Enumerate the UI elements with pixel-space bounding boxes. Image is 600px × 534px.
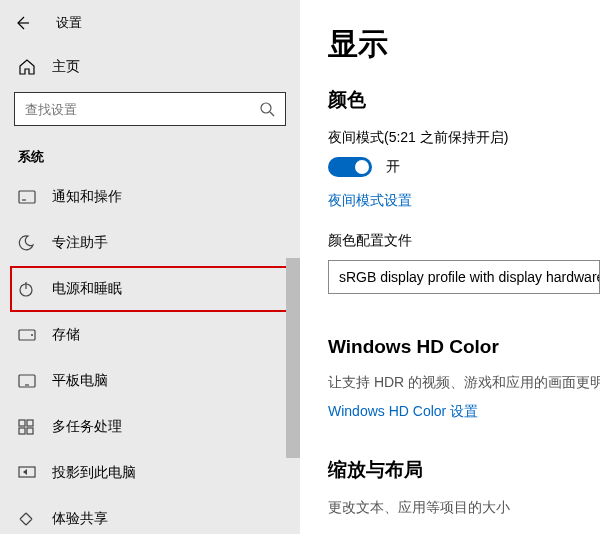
toggle-knob <box>355 160 369 174</box>
sidebar-item-home[interactable]: 主页 <box>0 44 300 86</box>
tablet-icon <box>18 372 38 390</box>
sidebar-item-label: 多任务处理 <box>52 418 122 436</box>
svg-rect-1 <box>19 191 35 203</box>
sidebar-scrollbar[interactable] <box>286 258 300 458</box>
night-mode-toggle-row: 开 <box>328 157 600 177</box>
notifications-icon <box>18 188 38 206</box>
sidebar-section-header: 系统 <box>0 126 300 174</box>
sidebar-item-power-sleep[interactable]: 电源和睡眠 <box>10 266 288 312</box>
share-icon <box>18 510 38 528</box>
project-icon <box>18 464 38 482</box>
sidebar-nav-list: 通知和操作 专注助手 电源和睡眠 存储 平板电脑 多任务处理 投影到此电脑 体 <box>0 174 300 534</box>
scale-layout-description: 更改文本、应用等项目的大小 <box>328 499 600 517</box>
hd-color-settings-link[interactable]: Windows HD Color 设置 <box>328 403 478 421</box>
svg-point-4 <box>31 334 33 336</box>
window-title: 设置 <box>56 14 82 32</box>
sidebar-item-focus-assist[interactable]: 专注助手 <box>0 220 300 266</box>
storage-icon <box>18 326 38 344</box>
moon-icon <box>18 234 38 252</box>
svg-rect-9 <box>27 428 33 434</box>
svg-rect-8 <box>19 428 25 434</box>
home-icon <box>18 58 38 76</box>
toggle-state-label: 开 <box>386 158 400 176</box>
sidebar-item-label: 平板电脑 <box>52 372 108 390</box>
sidebar-item-label: 存储 <box>52 326 80 344</box>
sidebar-item-label: 通知和操作 <box>52 188 122 206</box>
hd-color-header: Windows HD Color <box>328 336 600 358</box>
multitask-icon <box>18 418 38 436</box>
settings-sidebar: 设置 主页 系统 通知和操作 专注助手 电源和睡眠 存储 <box>0 0 300 534</box>
sidebar-item-shared-experiences[interactable]: 体验共享 <box>0 496 300 534</box>
arrow-left-icon <box>14 15 30 31</box>
page-title: 显示 <box>328 24 600 65</box>
sidebar-item-notifications[interactable]: 通知和操作 <box>0 174 300 220</box>
color-profile-value: sRGB display profile with display hardwa… <box>339 269 600 285</box>
sidebar-item-tablet[interactable]: 平板电脑 <box>0 358 300 404</box>
color-profile-dropdown[interactable]: sRGB display profile with display hardwa… <box>328 260 600 294</box>
svg-point-0 <box>261 103 271 113</box>
hd-color-description: 让支持 HDR 的视频、游戏和应用的画面更明 <box>328 374 600 392</box>
power-icon <box>18 280 38 298</box>
back-button[interactable] <box>8 9 36 37</box>
scale-layout-header: 缩放与布局 <box>328 457 600 483</box>
sidebar-item-storage[interactable]: 存储 <box>0 312 300 358</box>
section-color-header: 颜色 <box>328 87 600 113</box>
sidebar-item-multitasking[interactable]: 多任务处理 <box>0 404 300 450</box>
sidebar-item-projecting[interactable]: 投影到此电脑 <box>0 450 300 496</box>
search-input[interactable] <box>25 102 259 117</box>
content-pane: 显示 颜色 夜间模式(5:21 之前保持开启) 开 夜间模式设置 颜色配置文件 … <box>300 0 600 534</box>
svg-rect-6 <box>19 420 25 426</box>
sidebar-item-label: 专注助手 <box>52 234 108 252</box>
search-input-wrapper[interactable] <box>14 92 286 126</box>
color-profile-label: 颜色配置文件 <box>328 232 600 250</box>
search-icon <box>259 101 275 117</box>
night-mode-label: 夜间模式(5:21 之前保持开启) <box>328 129 600 147</box>
night-mode-settings-link[interactable]: 夜间模式设置 <box>328 192 412 210</box>
title-bar: 设置 <box>0 0 300 36</box>
svg-rect-7 <box>27 420 33 426</box>
night-mode-toggle[interactable] <box>328 157 372 177</box>
sidebar-item-label: 体验共享 <box>52 510 108 528</box>
sidebar-item-label: 投影到此电脑 <box>52 464 136 482</box>
sidebar-home-label: 主页 <box>52 58 80 76</box>
sidebar-item-label: 电源和睡眠 <box>52 280 122 298</box>
